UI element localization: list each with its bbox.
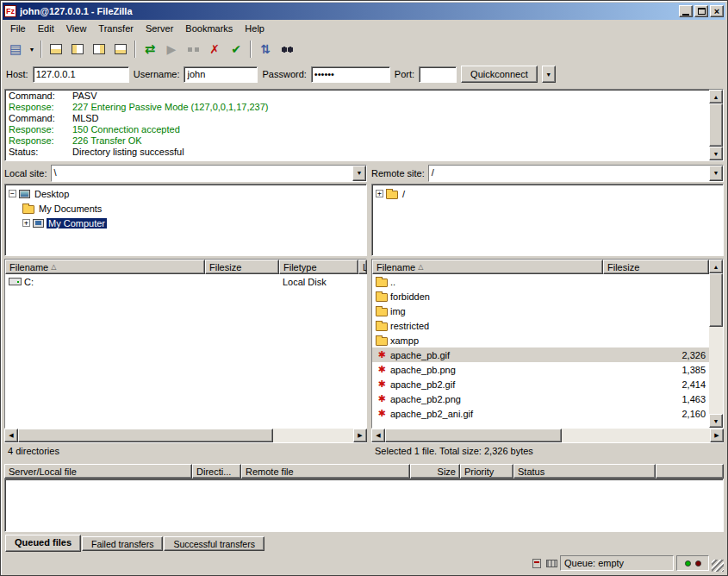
process-queue-button[interactable]: ▶: [161, 39, 182, 59]
queue-body[interactable]: [4, 479, 724, 532]
password-input[interactable]: [311, 66, 390, 83]
collapsed-icon[interactable]: +: [376, 190, 383, 197]
disconnect-button[interactable]: [183, 39, 203, 59]
local-row-c-drive[interactable]: C: Local Disk: [5, 274, 366, 289]
scrollbar-track[interactable]: [709, 327, 723, 414]
filename-cell[interactable]: ✱apache_pb2.gif: [372, 379, 603, 390]
toggle-remote-tree-button[interactable]: [89, 39, 109, 59]
remote-row-folder[interactable]: restricted: [372, 318, 709, 333]
column-header-direction[interactable]: Directi...: [192, 464, 241, 479]
quickconnect-dropdown-button[interactable]: ▼: [542, 66, 556, 83]
scrollbar-thumb[interactable]: [709, 273, 723, 327]
toggle-message-log-button[interactable]: [46, 39, 66, 59]
scrollbar-thumb[interactable]: [18, 429, 273, 442]
tree-item-desktop[interactable]: − Desktop: [5, 186, 366, 201]
scrollbar-track[interactable]: [273, 429, 353, 442]
scroll-up-button[interactable]: ▲: [709, 90, 723, 103]
toggle-transfer-queue-button[interactable]: [110, 39, 131, 59]
filename-cell[interactable]: ✱apache_pb.gif: [372, 350, 603, 360]
close-button[interactable]: ×: [710, 5, 724, 17]
scrollbar-track[interactable]: [562, 429, 710, 442]
filename-cell[interactable]: xampp: [372, 335, 603, 346]
tab-failed-transfers[interactable]: Failed transfers: [82, 536, 163, 551]
filename-cell[interactable]: ✱apache_pb2.png: [372, 394, 603, 404]
remote-row-file[interactable]: ✱apache_pb.png1,385: [372, 362, 709, 377]
site-manager-dropdown-button[interactable]: ▼: [27, 39, 37, 59]
menu-file[interactable]: File: [4, 22, 32, 35]
column-header-filename[interactable]: Filename△: [5, 260, 205, 274]
remote-row-folder[interactable]: forbidden: [372, 289, 709, 304]
filename-cell[interactable]: img: [372, 306, 603, 316]
remote-row-file-selected[interactable]: ✱apache_pb.gif2,326: [372, 347, 709, 362]
notification-icon[interactable]: [531, 557, 543, 569]
maximize-button[interactable]: [694, 5, 708, 17]
tab-queued-files[interactable]: Queued files: [5, 535, 81, 552]
column-header-size[interactable]: Size: [410, 464, 460, 479]
filename-cell[interactable]: ..: [372, 277, 603, 287]
port-input[interactable]: [419, 66, 457, 83]
local-horizontal-scrollbar[interactable]: ◀ ▶: [4, 429, 367, 442]
remote-row-file[interactable]: ✱apache_pb2.gif2,414: [372, 377, 709, 391]
tree-item-my-computer[interactable]: + My Computer: [5, 216, 366, 230]
filename-cell[interactable]: restricted: [372, 321, 603, 331]
scrollbar-thumb[interactable]: [709, 103, 723, 147]
menu-help[interactable]: Help: [239, 22, 271, 35]
remote-row-file[interactable]: ✱apache_pb2_ani.gif2,160: [372, 406, 709, 421]
filename-cell[interactable]: C:: [5, 277, 205, 287]
menu-server[interactable]: Server: [140, 22, 179, 35]
minimize-button[interactable]: [679, 5, 693, 17]
keypad-icon[interactable]: [545, 557, 557, 569]
cancel-button[interactable]: ✗: [204, 39, 225, 59]
tree-item-label-selected[interactable]: My Computer: [47, 218, 107, 229]
scrollbar-thumb[interactable]: [385, 429, 562, 442]
toggle-local-tree-button[interactable]: [67, 39, 88, 59]
column-header-status[interactable]: Status: [513, 464, 656, 479]
column-header-filesize[interactable]: Filesize: [603, 260, 709, 274]
remote-vertical-scrollbar[interactable]: ▲ ▼: [709, 260, 723, 428]
quickconnect-button[interactable]: Quickconnect: [461, 66, 538, 83]
remote-row-folder[interactable]: xampp: [372, 333, 709, 347]
collapsed-icon[interactable]: +: [22, 219, 30, 227]
remote-site-dropdown-button[interactable]: ▼: [709, 166, 723, 181]
scroll-down-button[interactable]: ▼: [709, 147, 723, 160]
column-header-priority[interactable]: Priority: [460, 464, 513, 479]
expanded-icon[interactable]: −: [9, 190, 16, 197]
menu-bookmarks[interactable]: Bookmarks: [179, 22, 239, 35]
tree-item-label[interactable]: /: [401, 189, 407, 199]
column-header-server-local-file[interactable]: Server/Local file: [4, 464, 192, 479]
scroll-left-button[interactable]: ◀: [4, 429, 18, 442]
scroll-up-button[interactable]: ▲: [709, 260, 723, 273]
scroll-right-button[interactable]: ▶: [710, 429, 724, 442]
menu-transfer[interactable]: Transfer: [92, 22, 140, 35]
menu-edit[interactable]: Edit: [32, 22, 60, 35]
remote-site-value[interactable]: /: [429, 166, 709, 181]
column-header-filename[interactable]: Filename△: [372, 260, 603, 274]
filename-cell[interactable]: ✱apache_pb2_ani.gif: [372, 409, 603, 419]
filename-cell[interactable]: ✱apache_pb.png: [372, 365, 603, 375]
column-header-filetype[interactable]: Filetype: [279, 260, 358, 274]
refresh-button[interactable]: ⇄: [140, 39, 160, 59]
remote-horizontal-scrollbar[interactable]: ◀ ▶: [371, 429, 724, 442]
column-header-remote-file[interactable]: Remote file: [241, 464, 410, 479]
column-header-last-modified[interactable]: L: [358, 260, 367, 274]
username-input[interactable]: [184, 66, 258, 83]
log-vertical-scrollbar[interactable]: ▲ ▼: [709, 90, 723, 160]
tab-successful-transfers[interactable]: Successful transfers: [164, 536, 264, 551]
remote-row-folder[interactable]: img: [372, 304, 709, 318]
scroll-left-button[interactable]: ◀: [371, 429, 385, 442]
tree-item-root[interactable]: + /: [372, 186, 723, 201]
local-site-combo[interactable]: \ ▼: [51, 165, 367, 182]
filename-cell[interactable]: forbidden: [372, 291, 603, 302]
find-files-button[interactable]: [277, 39, 297, 59]
local-site-value[interactable]: \: [52, 166, 352, 181]
tree-item-my-documents[interactable]: My Documents: [5, 201, 366, 216]
scroll-down-button[interactable]: ▼: [709, 414, 723, 428]
tree-item-label[interactable]: Desktop: [33, 189, 71, 199]
titlebar[interactable]: Fz john@127.0.0.1 - FileZilla ×: [3, 3, 725, 20]
menu-view[interactable]: View: [60, 22, 93, 35]
remote-row-parent[interactable]: ..: [372, 274, 709, 289]
resize-grip[interactable]: [712, 560, 724, 572]
directory-comparison-button[interactable]: ✔: [226, 39, 246, 59]
tree-item-label[interactable]: My Documents: [37, 203, 103, 214]
remote-site-combo[interactable]: / ▼: [428, 165, 724, 182]
